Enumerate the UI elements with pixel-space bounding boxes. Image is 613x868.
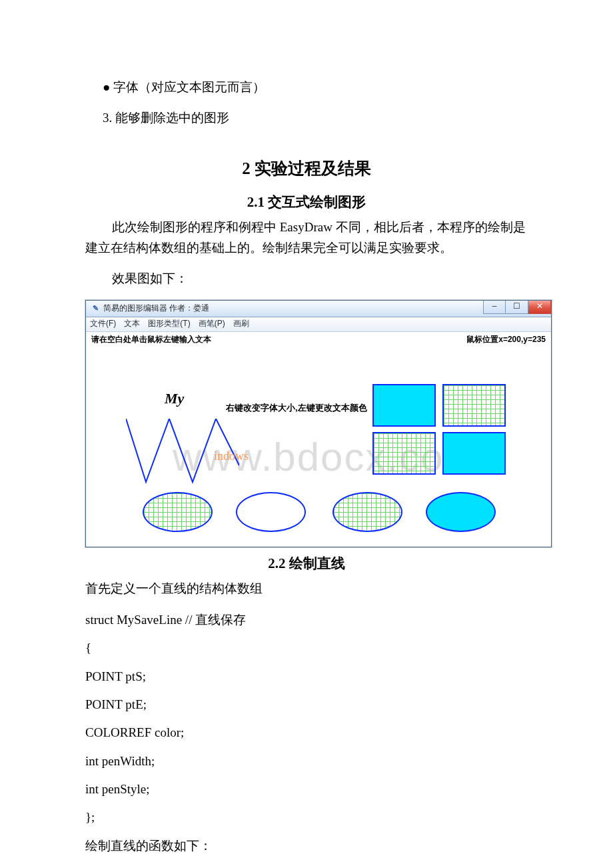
menu-brush[interactable]: 画刷	[233, 317, 249, 330]
title-bar: ✎ 简易的图形编辑器 作者：娄通 – ☐ ✕	[86, 301, 551, 317]
ellipse-hatched-2	[332, 492, 402, 532]
menu-pen[interactable]: 画笔(P)	[199, 317, 225, 330]
minimize-button[interactable]: –	[483, 301, 506, 314]
section-2-2-heading: 2.2 绘制直线	[85, 553, 528, 575]
code-line: struct MySaveLine // 直线保存	[85, 610, 528, 630]
close-button[interactable]: ✕	[528, 301, 551, 314]
func-intro-text: 绘制直线的函数如下：	[85, 836, 528, 856]
rect-filled-cyan-1	[372, 384, 436, 427]
hint-left: 请在空白处单击鼠标左键输入文本	[91, 333, 211, 346]
intro-paragraph: 此次绘制图形的程序和例程中 EasyDraw 不同，相比后者，本程序的绘制是建立…	[85, 217, 528, 258]
rect-hatched-1	[442, 384, 506, 427]
section-2-heading: 2 实验过程及结果	[85, 155, 528, 182]
ellipse-hatched-1	[143, 492, 213, 532]
hint-bar: 请在空白处单击鼠标左键输入文本 鼠标位置x=200,y=235	[86, 332, 551, 347]
code-line: int penWidth;	[85, 751, 528, 771]
window-buttons: – ☐ ✕	[483, 301, 551, 315]
menu-shape[interactable]: 图形类型(T)	[148, 317, 190, 330]
code-line: COLORREF color;	[85, 723, 528, 743]
code-line: POINT ptE;	[85, 695, 528, 715]
item-3-text: 3. 能够删除选中的图形	[85, 108, 528, 128]
canvas-text-indows: indows	[214, 447, 249, 466]
code-line: int penStyle;	[85, 779, 528, 799]
code-line: POINT ptS;	[85, 667, 528, 687]
menu-file[interactable]: 文件(F)	[90, 317, 116, 330]
section-2-1-heading: 2.1 交互式绘制图形	[85, 191, 528, 214]
rect-hatched-2	[372, 432, 436, 475]
struct-intro-text: 首先定义一个直线的结构体数组	[85, 579, 528, 599]
maximize-button[interactable]: ☐	[506, 301, 528, 314]
ellipse-filled-cyan	[426, 492, 496, 532]
rect-filled-cyan-2	[442, 432, 506, 475]
menu-text[interactable]: 文本	[124, 317, 140, 330]
drawing-canvas[interactable]: My 右键改变字体大小,左键更改文本颜色 www.bdocx.com indow…	[86, 347, 551, 547]
hint-right: 鼠标位置x=200,y=235	[466, 333, 546, 346]
ellipse-outline	[236, 492, 306, 532]
canvas-text-hint: 右键改变字体大小,左键更改文本颜色	[226, 401, 367, 415]
bullet-font-text: ● 字体（对应文本图元而言）	[85, 77, 528, 97]
code-line: {	[85, 638, 528, 658]
canvas-text-my: My	[165, 387, 184, 410]
code-block: struct MySaveLine // 直线保存 { POINT ptS; P…	[85, 610, 528, 828]
window-title: 简易的图形编辑器 作者：娄通	[103, 302, 209, 315]
code-line: };	[85, 807, 528, 827]
app-window: ✎ 简易的图形编辑器 作者：娄通 – ☐ ✕ 文件(F) 文本 图形类型(T) …	[85, 300, 552, 547]
menu-bar: 文件(F) 文本 图形类型(T) 画笔(P) 画刷	[86, 317, 551, 332]
effect-label: 效果图如下：	[85, 269, 528, 289]
app-icon: ✎	[90, 303, 101, 314]
